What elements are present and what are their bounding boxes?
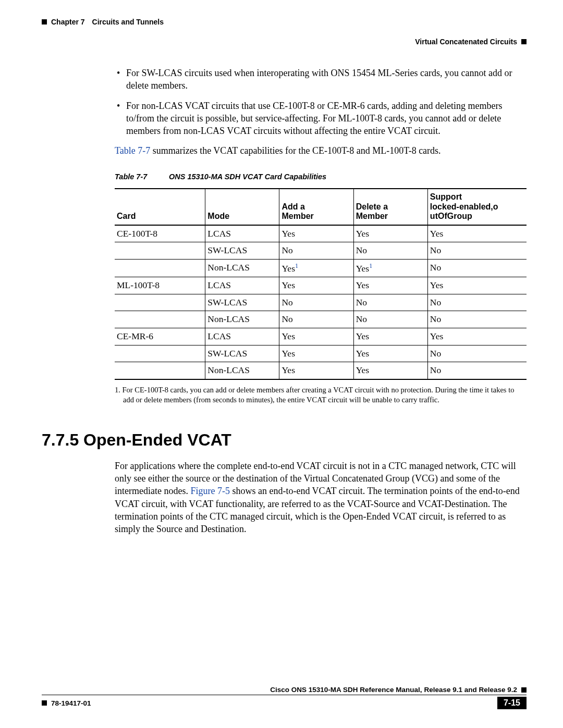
footer-marker-icon bbox=[42, 700, 47, 706]
table-cell: Non-LCAS bbox=[205, 311, 279, 328]
table-row: SW-LCASYesYesNo bbox=[115, 345, 527, 362]
table-cell bbox=[115, 259, 205, 277]
table-cell: Yes1 bbox=[279, 259, 353, 277]
page-number-badge: 7-15 bbox=[497, 697, 527, 709]
table-cell: Yes bbox=[427, 277, 527, 294]
table-cell: No bbox=[427, 345, 527, 362]
document-page: Chapter 7 Circuits and Tunnels Virtual C… bbox=[0, 0, 563, 728]
table-row: SW-LCASNoNoNo bbox=[115, 242, 527, 260]
table-cell: Yes bbox=[353, 277, 427, 294]
table-cell: Yes bbox=[353, 362, 427, 379]
table-cell: SW-LCAS bbox=[205, 242, 279, 260]
footnote-text: For CE-100T-8 cards, you can add or dele… bbox=[123, 386, 515, 404]
figure-reference-link[interactable]: Figure 7-5 bbox=[190, 486, 230, 496]
body-content: For SW-LCAS circuits used when interoper… bbox=[115, 67, 527, 536]
table-cell: Yes bbox=[427, 225, 527, 242]
table-cell: Yes bbox=[427, 328, 527, 346]
table-row: ML-100T-8LCASYesYesYes bbox=[115, 277, 527, 294]
table-cell: No bbox=[279, 311, 353, 328]
section-paragraph: For applications where the complete end-… bbox=[115, 460, 527, 536]
table-footnote: 1. For CE-100T-8 cards, you can add or d… bbox=[115, 385, 527, 405]
summary-sentence: Table 7-7 summarizes the VCAT capabiliti… bbox=[115, 144, 527, 157]
table-cell: Non-LCAS bbox=[205, 362, 279, 379]
table-cell: Yes bbox=[353, 345, 427, 362]
table-cell: Yes bbox=[279, 277, 353, 294]
table-reference-link[interactable]: Table 7-7 bbox=[115, 145, 150, 156]
table-cell: No bbox=[353, 311, 427, 328]
table-row: Non-LCASYesYesNo bbox=[115, 362, 527, 379]
table-cell: CE-MR-6 bbox=[115, 328, 205, 346]
footnote-marker: 1 bbox=[115, 386, 118, 394]
footnote-ref[interactable]: 1 bbox=[295, 262, 298, 269]
col-header-support: Supportlocked-enabled,outOfGroup bbox=[427, 189, 527, 225]
table-cell: LCAS bbox=[205, 328, 279, 346]
table-cell: SW-LCAS bbox=[205, 345, 279, 362]
table-cell: Yes bbox=[279, 362, 353, 379]
table-cell: Yes bbox=[279, 345, 353, 362]
chapter-label: Chapter 7 bbox=[51, 18, 85, 26]
table-caption: Table 7-7 ONS 15310-MA SDH VCAT Card Cap… bbox=[115, 172, 527, 182]
table-cell: No bbox=[353, 242, 427, 260]
table-cell bbox=[115, 362, 205, 379]
list-item: For non-LCAS VCAT circuits that use CE-1… bbox=[115, 100, 527, 138]
table-cell: ML-100T-8 bbox=[115, 277, 205, 294]
page-footer: Cisco ONS 15310-MA SDH Reference Manual,… bbox=[42, 686, 527, 709]
header-marker-icon bbox=[42, 19, 47, 24]
table-cell: No bbox=[353, 294, 427, 311]
table-row: SW-LCASNoNoNo bbox=[115, 294, 527, 311]
footnote-ref[interactable]: 1 bbox=[369, 262, 372, 269]
table-row: Non-LCASYes1Yes1No bbox=[115, 259, 527, 277]
table-cell bbox=[115, 294, 205, 311]
chapter-title: Circuits and Tunnels bbox=[92, 18, 164, 26]
table-cell: No bbox=[427, 294, 527, 311]
table-caption-label: Table 7-7 bbox=[115, 172, 167, 182]
table-cell: No bbox=[427, 311, 527, 328]
header-marker-icon bbox=[521, 39, 527, 44]
footer-marker-icon bbox=[521, 687, 527, 693]
bullet-list: For SW-LCAS circuits used when interoper… bbox=[115, 67, 527, 137]
table-cell: Non-LCAS bbox=[205, 259, 279, 277]
col-header-delete: Delete aMember bbox=[353, 189, 427, 225]
table-caption-text: ONS 15310-MA SDH VCAT Card Capabilities bbox=[169, 172, 326, 181]
table-row: Non-LCASNoNoNo bbox=[115, 311, 527, 328]
table-cell: No bbox=[427, 362, 527, 379]
summary-rest: summarizes the VCAT capabilities for the… bbox=[150, 145, 440, 156]
col-header-card: Card bbox=[115, 189, 205, 225]
table-row: CE-100T-8LCASYesYesYes bbox=[115, 225, 527, 242]
table-cell: LCAS bbox=[205, 277, 279, 294]
table-cell: Yes bbox=[279, 328, 353, 346]
table-cell bbox=[115, 242, 205, 260]
table-cell: No bbox=[279, 242, 353, 260]
table-cell bbox=[115, 311, 205, 328]
doc-number: 78-19417-01 bbox=[51, 699, 91, 707]
running-header: Chapter 7 Circuits and Tunnels bbox=[42, 18, 527, 26]
table-cell: LCAS bbox=[205, 225, 279, 242]
table-cell: No bbox=[427, 242, 527, 260]
col-header-mode: Mode bbox=[205, 189, 279, 225]
table-cell: Yes bbox=[353, 225, 427, 242]
table-cell bbox=[115, 345, 205, 362]
col-header-add: Add aMember bbox=[279, 189, 353, 225]
table-cell: Yes1 bbox=[353, 259, 427, 277]
table-cell: No bbox=[279, 294, 353, 311]
section-heading: 7.7.5 Open-Ended VCAT bbox=[42, 429, 527, 451]
list-item: For SW-LCAS circuits used when interoper… bbox=[115, 67, 527, 92]
table-row: CE-MR-6LCASYesYesYes bbox=[115, 328, 527, 346]
table-cell: No bbox=[427, 259, 527, 277]
table-cell: Yes bbox=[279, 225, 353, 242]
table-cell: SW-LCAS bbox=[205, 294, 279, 311]
section-title: Virtual Concatenated Circuits bbox=[415, 38, 517, 46]
manual-title: Cisco ONS 15310-MA SDH Reference Manual,… bbox=[270, 686, 517, 694]
vcat-capabilities-table: Card Mode Add aMember Delete aMember Sup… bbox=[115, 188, 527, 380]
table-cell: CE-100T-8 bbox=[115, 225, 205, 242]
table-cell: Yes bbox=[353, 328, 427, 346]
